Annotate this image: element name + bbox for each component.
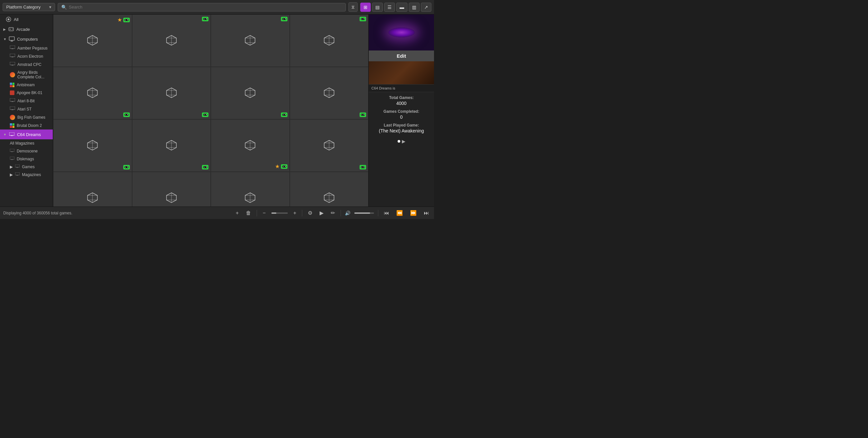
last-button[interactable]: ⏭ — [422, 210, 431, 217]
svg-rect-124 — [364, 166, 364, 167]
play-button[interactable]: ▶ — [318, 209, 325, 217]
game-card[interactable] — [211, 14, 290, 67]
svg-rect-19 — [9, 132, 14, 135]
grid-view-button[interactable]: ⊞ — [360, 3, 371, 12]
game-card[interactable] — [53, 172, 132, 207]
list-view-button[interactable]: ☰ — [384, 3, 395, 12]
svg-rect-10 — [11, 49, 13, 49]
sidebar-item-acorn[interactable]: Acorn Electron — [0, 52, 53, 60]
game-card[interactable] — [211, 67, 290, 119]
sidebar-item-brutaldoom[interactable]: Brutal Doom 2 — [0, 122, 53, 129]
sidebar-item-label: Acorn Electron — [18, 54, 43, 59]
sidebar-item-label: C64 Dreams — [17, 132, 41, 137]
diskmags-icon — [10, 157, 14, 161]
total-games-value: 4000 — [372, 101, 431, 106]
zoom-in-button[interactable]: + — [292, 210, 298, 217]
sidebar-item-atarist[interactable]: Atari ST — [0, 105, 53, 113]
dot-next-icon[interactable]: ▶ — [402, 139, 405, 144]
game-card[interactable] — [290, 14, 369, 67]
delete-button[interactable]: 🗑 — [244, 210, 253, 217]
next-button[interactable]: ⏩ — [408, 209, 418, 217]
bottom-badges: ★ — [275, 163, 287, 169]
game-card[interactable] — [132, 172, 211, 207]
sidebar-item-label: All Magazines — [10, 141, 34, 146]
controller-badge — [281, 164, 287, 169]
sidebar-item-label: Games — [22, 164, 35, 169]
edit-icon-button[interactable]: ✏ — [329, 209, 337, 217]
bottom-badges — [202, 113, 209, 117]
sidebar-item-allmagazines[interactable]: All Magazines — [0, 139, 53, 147]
wide-view-button[interactable]: ▬ — [396, 3, 407, 12]
sidebar-item-angrybirds[interactable]: Angry Birds Complete Col... — [0, 68, 53, 81]
sidebar-item-label: Aamber Pegasus — [18, 46, 48, 51]
sidebar-item-all[interactable]: All — [0, 14, 53, 24]
game-card[interactable] — [132, 67, 211, 119]
sidebar-item-antstream[interactable]: Antstream — [0, 81, 53, 89]
search-input[interactable] — [69, 5, 342, 9]
controller-badge — [360, 113, 366, 117]
sidebar-item-computers[interactable]: ▼ Computers — [0, 34, 53, 44]
game-thumbnail — [86, 34, 99, 48]
external-button[interactable]: ↗ — [421, 3, 431, 12]
prev-button[interactable]: ⏪ — [395, 209, 404, 217]
sidebar-item-amstrad[interactable]: Amstrad CPC — [0, 60, 53, 68]
sidebar-item-c64dreams[interactable]: ▼ C64 Dreams — [0, 129, 53, 139]
filter-button[interactable]: ⧖ — [348, 2, 358, 12]
volume-icon: 🔊 — [345, 211, 350, 216]
sidebar-item-diskmags[interactable]: Diskmags — [0, 155, 53, 163]
volume-fill — [354, 213, 370, 214]
game-card[interactable] — [290, 119, 369, 172]
sidebar-item-apogee[interactable]: Apogee BK-01 — [0, 89, 53, 97]
game-card[interactable] — [290, 172, 369, 207]
zoom-slider[interactable] — [271, 213, 288, 214]
chevron-down-icon: ▾ — [49, 5, 52, 9]
volume-slider[interactable] — [354, 213, 374, 214]
game-card[interactable]: ★ — [53, 14, 132, 67]
sidebar-item-atari8[interactable]: Atari 8-Bit — [0, 97, 53, 105]
game-card[interactable]: ★ — [211, 119, 290, 172]
double-view-button[interactable]: ▥ — [409, 3, 420, 12]
total-games-stat: Total Games: 4000 — [372, 95, 431, 106]
first-button[interactable]: ⏮ — [382, 210, 391, 217]
game-card[interactable] — [132, 14, 211, 67]
sidebar-item-games[interactable]: ▶ Games — [0, 163, 53, 171]
table-view-button[interactable]: ▤ — [372, 3, 383, 12]
game-card[interactable] — [211, 172, 290, 207]
sidebar-item-arcade[interactable]: ▶ Arcade — [0, 24, 53, 34]
game-card[interactable] — [53, 119, 132, 172]
svg-point-82 — [283, 115, 283, 115]
add-button[interactable]: + — [234, 210, 240, 217]
controller-badge — [281, 113, 287, 117]
sidebar-item-aamber[interactable]: Aamber Pegasus — [0, 44, 53, 52]
edit-button[interactable]: Edit — [369, 51, 434, 61]
game-card[interactable] — [53, 67, 132, 119]
separator — [302, 210, 302, 216]
game-thumbnail — [244, 86, 257, 100]
game-card[interactable] — [132, 119, 211, 172]
svg-rect-108 — [206, 166, 207, 167]
svg-rect-20 — [11, 135, 13, 136]
separator — [378, 210, 378, 216]
platform-dropdown[interactable]: Platform Category ▾ — [3, 3, 55, 11]
sidebar-item-bigfish[interactable]: Big Fish Games — [0, 113, 53, 122]
bottom-badges — [281, 113, 287, 117]
game-thumbnail — [165, 191, 178, 205]
sidebar-item-demoscene[interactable]: Demoscene — [0, 147, 53, 155]
zoom-out-button[interactable]: − — [261, 210, 267, 217]
aamber-icon — [10, 45, 15, 51]
game-thumbnail — [165, 34, 178, 48]
search-bar[interactable]: 🔍 — [58, 3, 346, 11]
svg-rect-76 — [206, 114, 207, 115]
game-card[interactable] — [290, 67, 369, 119]
controller-badge — [360, 165, 366, 169]
angrybirds-icon — [10, 72, 15, 77]
game-thumbnail — [86, 139, 99, 153]
sidebar-item-label: Diskmags — [17, 157, 34, 161]
settings-button[interactable]: ⚙ — [306, 209, 314, 217]
sidebar-item-magazines[interactable]: ▶ Magazines — [0, 171, 53, 179]
svg-point-122 — [362, 167, 362, 167]
svg-point-114 — [283, 166, 283, 167]
svg-rect-13 — [10, 62, 15, 65]
sidebar-item-label: All — [14, 17, 18, 22]
svg-rect-14 — [11, 65, 13, 66]
